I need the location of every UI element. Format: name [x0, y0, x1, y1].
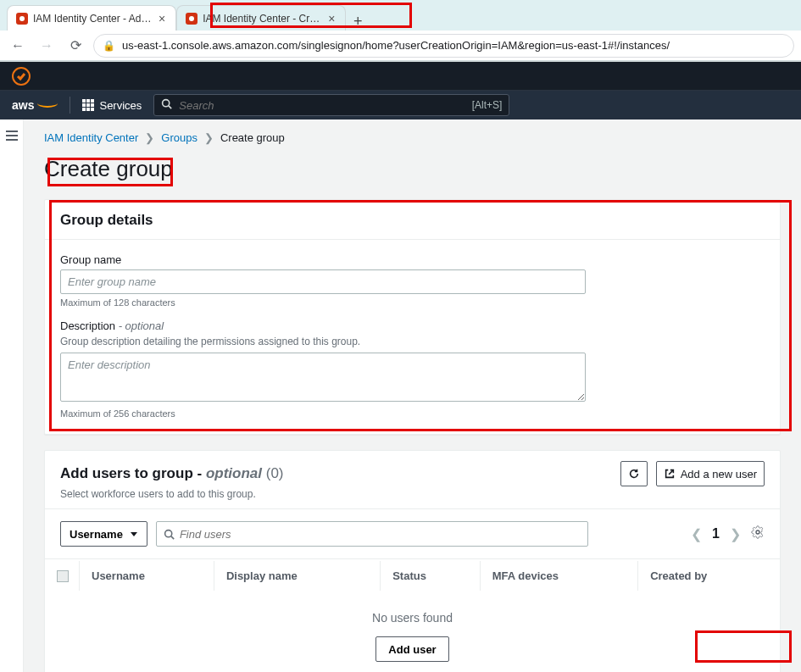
- breadcrumb: IAM Identity Center ❯ Groups ❯ Create gr…: [44, 131, 781, 144]
- next-page-icon[interactable]: ❯: [730, 526, 741, 542]
- external-link-icon: [664, 468, 676, 480]
- gear-icon[interactable]: [751, 525, 765, 542]
- col-status[interactable]: Status: [382, 561, 481, 591]
- back-icon[interactable]: ←: [7, 35, 29, 57]
- add-users-heading: Add users to group - optional (0): [60, 465, 284, 482]
- breadcrumb-leaf: Create group: [220, 131, 285, 144]
- search-icon: [164, 529, 175, 540]
- add-new-user-button[interactable]: Add a new user: [656, 461, 765, 486]
- forward-icon[interactable]: →: [36, 35, 58, 57]
- page-title: Create group: [44, 156, 781, 182]
- breadcrumb-root[interactable]: IAM Identity Center: [44, 131, 138, 144]
- select-all-checkbox[interactable]: [57, 570, 69, 582]
- add-user-button[interactable]: Add user: [375, 636, 448, 662]
- global-search[interactable]: [Alt+S]: [153, 94, 509, 116]
- page-number: 1: [712, 526, 720, 541]
- refresh-button[interactable]: [620, 461, 648, 486]
- aws-nav-bar: aws Services [Alt+S]: [0, 91, 801, 119]
- group-name-label: Group name: [60, 253, 765, 266]
- browser-tab-1[interactable]: IAM Identity Center - Add user - ×: [7, 5, 176, 31]
- aws-global-bar: [0, 62, 801, 91]
- filter-field-select[interactable]: Username: [60, 521, 147, 547]
- description-label: Description - optional: [60, 319, 765, 332]
- tab-title: IAM Identity Center - Add user -: [33, 13, 152, 25]
- svg-point-9: [165, 530, 172, 536]
- group-details-panel: Group details Group name Maximum of 128 …: [44, 199, 781, 435]
- find-users-input[interactable]: [180, 528, 581, 541]
- add-users-subdesc: Select workforce users to add to this gr…: [45, 486, 780, 509]
- col-username[interactable]: Username: [81, 561, 214, 591]
- empty-state: No users found Add user: [45, 592, 780, 672]
- tab-title: IAM Identity Center - Create gro: [203, 13, 321, 25]
- side-nav-toggle[interactable]: [0, 119, 24, 672]
- svg-point-1: [189, 16, 194, 21]
- description-sublabel: Group description detailing the permissi…: [60, 336, 765, 347]
- reload-icon[interactable]: ⟳: [64, 35, 86, 57]
- address-bar[interactable]: 🔒 us-east-1.console.aws.amazon.com/singl…: [93, 34, 794, 58]
- svg-line-10: [171, 536, 174, 538]
- search-icon: [161, 97, 172, 113]
- svg-marker-8: [131, 532, 137, 536]
- svg-point-2: [163, 100, 170, 107]
- app-area: IAM Identity Center ❯ Groups ❯ Create gr…: [0, 119, 801, 672]
- url-text: us-east-1.console.aws.amazon.com/singles…: [122, 39, 670, 52]
- chevron-right-icon: ❯: [204, 131, 214, 144]
- aws-swoosh-icon: [37, 99, 58, 108]
- browser-toolbar: ← → ⟳ 🔒 us-east-1.console.aws.amazon.com…: [0, 31, 801, 61]
- search-shortcut: [Alt+S]: [472, 99, 503, 111]
- prev-page-icon[interactable]: ❮: [691, 526, 702, 542]
- new-tab-button[interactable]: +: [346, 13, 370, 31]
- group-name-hint: Maximum of 128 characters: [60, 297, 765, 308]
- search-input[interactable]: [179, 99, 464, 112]
- svg-point-11: [756, 530, 759, 534]
- col-mfa[interactable]: MFA devices: [482, 561, 638, 591]
- check-circle-icon: [12, 67, 31, 86]
- browser-chrome: IAM Identity Center - Add user - × IAM I…: [0, 0, 801, 62]
- close-icon[interactable]: ×: [157, 13, 167, 25]
- description-input[interactable]: [60, 353, 586, 402]
- chevron-right-icon: ❯: [145, 131, 154, 144]
- description-hint: Maximum of 256 characters: [60, 408, 765, 419]
- empty-message: No users found: [45, 611, 780, 625]
- main-content: IAM Identity Center ❯ Groups ❯ Create gr…: [24, 119, 801, 672]
- aws-logo[interactable]: aws: [12, 98, 58, 112]
- breadcrumb-groups[interactable]: Groups: [161, 131, 197, 144]
- tab-strip: IAM Identity Center - Add user - × IAM I…: [0, 0, 801, 31]
- col-display-name[interactable]: Display name: [216, 561, 381, 591]
- lock-icon: 🔒: [103, 40, 115, 52]
- aws-favicon-icon: [16, 13, 28, 25]
- col-created-by[interactable]: Created by: [640, 561, 778, 591]
- divider: [70, 97, 70, 114]
- svg-line-3: [169, 106, 171, 108]
- find-users-box[interactable]: [156, 521, 588, 547]
- close-icon[interactable]: ×: [326, 13, 337, 25]
- add-users-panel: Add users to group - optional (0) Add a …: [44, 450, 781, 672]
- users-table: Username Display name Status MFA devices…: [45, 558, 780, 592]
- pagination: ❮ 1 ❯: [691, 525, 765, 542]
- grid-icon: [82, 99, 94, 111]
- caret-down-icon: [130, 530, 138, 538]
- svg-point-0: [19, 16, 25, 21]
- group-details-heading: Group details: [45, 200, 780, 240]
- aws-favicon-icon: [186, 13, 197, 25]
- services-menu[interactable]: Services: [82, 99, 142, 112]
- services-label: Services: [99, 99, 142, 112]
- group-name-input[interactable]: [60, 269, 586, 294]
- browser-tab-2[interactable]: IAM Identity Center - Create gro ×: [176, 5, 346, 31]
